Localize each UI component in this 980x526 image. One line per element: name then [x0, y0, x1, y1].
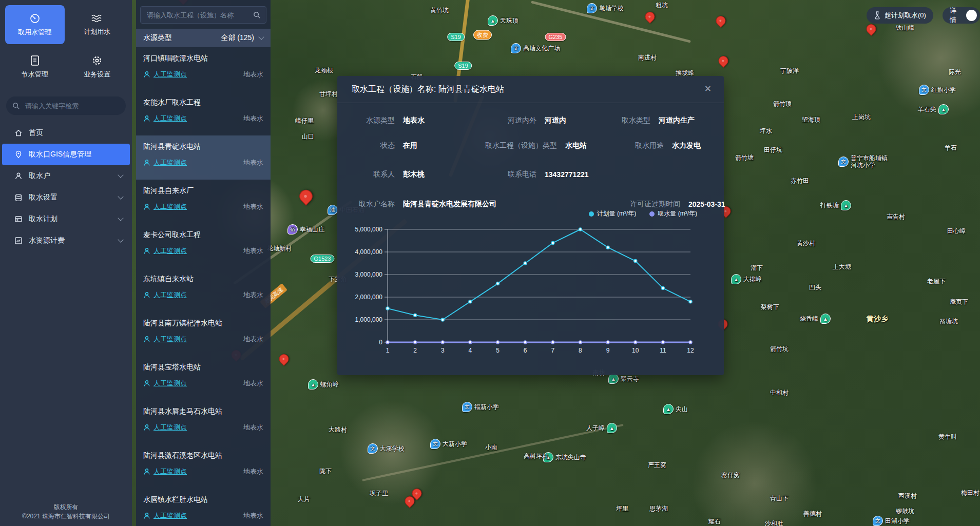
map-poi-label: 黄沙村: [797, 239, 815, 248]
module-label: 计划用水: [84, 27, 110, 36]
legend-item[interactable]: 取水量 (m³/年): [649, 209, 697, 218]
legend-item[interactable]: 计划量 (m³/年): [589, 209, 637, 218]
close-icon[interactable]: ×: [701, 82, 715, 95]
module-button-2[interactable]: 计划用水: [68, 5, 127, 44]
map-poi-label: 大路村: [329, 425, 347, 434]
sidebar-item-2[interactable]: 取水口GIS信息管理: [2, 144, 130, 165]
mountain-icon: ▲: [938, 104, 949, 114]
field-label: 取水工程（设施）类型: [470, 141, 565, 150]
map-poi-label: 黄竹坑: [430, 6, 449, 15]
station-list-item[interactable]: 陆河县水唇走马石水电站 人工监测点 地表水: [136, 400, 271, 444]
map-poi-label: 羊石: [945, 144, 957, 152]
station-name: 河口镇唱歌潭水电站: [143, 54, 263, 63]
station-search[interactable]: [140, 6, 266, 24]
map-poi-label: 铁山嶂: [896, 24, 914, 32]
toggle-knob[interactable]: [966, 10, 977, 21]
water-source-filter[interactable]: 水源类型 全部 (125): [136, 29, 271, 47]
sidebar-item-1[interactable]: 首页: [2, 122, 130, 144]
road-badge: S19: [447, 33, 465, 41]
map-poi-label: 沙和肚: [765, 519, 783, 526]
manual-monitor-link[interactable]: 人工监测点: [153, 467, 187, 476]
manual-monitor-link[interactable]: 人工监测点: [153, 290, 187, 300]
module-button-3[interactable]: 节水管理: [5, 47, 65, 86]
map-marker-pin[interactable]: [643, 10, 657, 24]
detail-toggle[interactable]: 详情: [943, 7, 980, 24]
mountain-icon: ▲: [731, 274, 741, 284]
modal-field: 水源类型地表水: [352, 116, 470, 125]
person-icon: [143, 512, 150, 519]
svg-text:0: 0: [379, 339, 382, 346]
module-button-4[interactable]: 业务设置: [68, 47, 127, 86]
manual-monitor-link[interactable]: 人工监测点: [153, 114, 187, 123]
manual-monitor-link[interactable]: 人工监测点: [153, 246, 187, 256]
sidebar-item-6[interactable]: 水资源计费: [2, 230, 130, 251]
svg-text:5,000,000: 5,000,000: [355, 226, 383, 233]
map-marker-pin[interactable]: [297, 187, 315, 205]
manual-monitor-link[interactable]: 人工监测点: [153, 423, 187, 432]
legend-dot-icon: [589, 211, 594, 217]
map-poi-label: 龙颈根: [315, 66, 333, 75]
station-list-item[interactable]: 陆河县青碇水电站 人工监测点 地表水: [136, 135, 271, 180]
map-poi-label: 赤竹田: [791, 177, 809, 185]
station-list-item[interactable]: 友能水厂取水工程 人工监测点 地表水: [136, 91, 271, 135]
modal-header: 取水工程（设施）名称: 陆河县青碇水电站: [337, 76, 724, 103]
over-plan-intake-button[interactable]: 超计划取水(0): [867, 7, 933, 24]
manual-monitor-link[interactable]: 人工监测点: [153, 158, 187, 167]
person-icon: [143, 336, 150, 343]
chevron-down-icon: [118, 193, 123, 199]
waves-icon: [91, 13, 103, 24]
modal-field-row: 水源类型地表水河道内外河道内取水类型河道内生产: [352, 114, 709, 127]
database-icon: [14, 193, 23, 202]
station-list-item[interactable]: 东坑镇自来水站 人工监测点 地表水: [136, 268, 271, 312]
svg-text:6: 6: [524, 347, 527, 354]
person-icon: [143, 247, 150, 255]
sidebar-search-input[interactable]: [24, 102, 119, 110]
station-name: 陆河县青碇水电站: [143, 142, 263, 151]
manual-monitor-link[interactable]: 人工监测点: [153, 335, 187, 344]
map-poi-label: 花塘新村: [267, 244, 292, 253]
module-button-1[interactable]: 取用水管理: [5, 5, 65, 44]
plan-icon: [14, 215, 23, 223]
water-source-type: 地表水: [243, 202, 263, 211]
search-icon: [12, 102, 20, 110]
manual-monitor-link[interactable]: 人工监测点: [153, 202, 187, 211]
station-list-item[interactable]: 陆河县宝塔水电站 人工监测点 地表水: [136, 356, 271, 400]
search-icon[interactable]: [253, 11, 261, 19]
map-poi-label: 坝子里: [370, 489, 388, 498]
module-label: 节水管理: [22, 70, 48, 79]
station-list-item[interactable]: 陆河县自来水厂 人工监测点 地表水: [136, 180, 271, 224]
mountain-icon: ▲: [308, 379, 318, 389]
station-list-item[interactable]: 水唇镇水栏肚水电站 人工监测点 地表水: [136, 489, 271, 526]
map-poi-label: 坪水: [760, 127, 772, 135]
manual-monitor-link[interactable]: 人工监测点: [153, 379, 187, 388]
sidebar-search[interactable]: [6, 96, 126, 115]
station-list-item[interactable]: 麦卡公司取水工程 人工监测点 地表水: [136, 224, 271, 268]
map-marker-pin[interactable]: [277, 352, 291, 366]
water-source-type: 地表水: [243, 335, 263, 344]
sidebar-item-3[interactable]: 取水户: [2, 165, 130, 187]
map-marker-pin[interactable]: [717, 54, 731, 68]
sidebar-item-label: 取水户: [29, 171, 50, 181]
module-label: 取用水管理: [18, 28, 51, 37]
station-list-item[interactable]: 陆河县南万镇杞洋水电站 人工监测点 地表水: [136, 312, 271, 356]
map-poi-label: 人子嶂▲: [586, 423, 617, 433]
map-poi-label: 青山下: [770, 494, 789, 503]
station-list-item[interactable]: 陆河县激石溪老区水电站 人工监测点 地表水: [136, 444, 271, 489]
map-poi-label: 坪里: [616, 504, 628, 513]
road-badge: S19: [454, 62, 472, 70]
manual-monitor-link[interactable]: 人工监测点: [153, 70, 187, 79]
sidebar-item-4[interactable]: 取水设置: [2, 187, 130, 208]
legend-dot-icon: [649, 211, 655, 217]
station-list-item[interactable]: 河口镇唱歌潭水电站 人工监测点 地表水: [136, 47, 271, 91]
sidebar: 取用水管理计划用水节水管理业务设置 首页取水口GIS信息管理取水户取水设置取水计…: [0, 0, 132, 526]
map-poi-label: 箭竹顶: [773, 100, 792, 108]
station-search-input[interactable]: [146, 11, 253, 20]
station-name: 水唇镇水栏肚水电站: [143, 495, 263, 504]
person-icon: [143, 424, 150, 431]
map-marker-pin[interactable]: [714, 14, 728, 28]
map-marker-pin[interactable]: [864, 22, 878, 36]
map-poi-label: 文普宁市船埔镇河坑小学: [838, 154, 888, 169]
gas-icon: 油: [328, 205, 338, 215]
manual-monitor-link[interactable]: 人工监测点: [153, 511, 187, 520]
sidebar-item-5[interactable]: 取水计划: [2, 208, 130, 230]
